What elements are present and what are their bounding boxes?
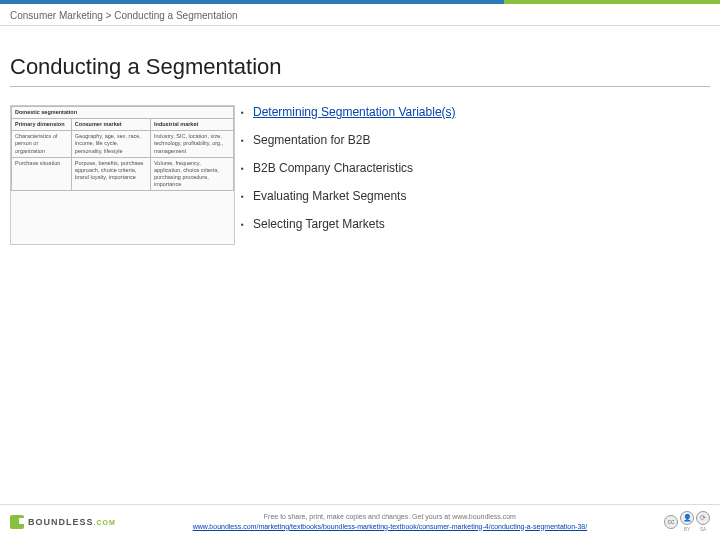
- table-cell: Characteristics of person or organizatio…: [12, 131, 72, 157]
- table-cell: Industry, SIC, location, size, technolog…: [151, 131, 234, 157]
- divider: [0, 25, 720, 26]
- divider: [10, 86, 710, 87]
- brand-logo: BOUNDLESS.COM: [10, 515, 116, 529]
- footer-tagline: Free to share, print, make copies and ch…: [126, 512, 654, 522]
- content-row: Domestic segmentation Primary dimension …: [0, 105, 720, 245]
- bullet-list: Determining Segmentation Variable(s) Seg…: [253, 105, 710, 245]
- footer: BOUNDLESS.COM Free to share, print, make…: [0, 504, 720, 540]
- table-cell: Geography, age, sex, race, income, life …: [71, 131, 150, 157]
- list-item: B2B Company Characteristics: [253, 161, 710, 189]
- footer-text: Free to share, print, make copies and ch…: [126, 512, 654, 532]
- list-item: Evaluating Market Segments: [253, 189, 710, 217]
- logo-text: BOUNDLESS.COM: [28, 517, 116, 527]
- table-cell: Purchase situation: [12, 157, 72, 191]
- footer-url-link[interactable]: www.boundless.com/marketing/textbooks/bo…: [193, 523, 588, 530]
- list-item: Determining Segmentation Variable(s): [253, 105, 710, 133]
- table-cell: Consumer market: [71, 119, 150, 131]
- bullet-link[interactable]: Determining Segmentation Variable(s): [253, 105, 456, 119]
- list-item: Segmentation for B2B: [253, 133, 710, 161]
- accent-blue: [0, 0, 504, 4]
- sa-label: SA: [696, 526, 710, 532]
- cc-icon: cc: [664, 515, 678, 529]
- table-thumbnail: Domestic segmentation Primary dimension …: [10, 105, 235, 245]
- table-cell: Industrial market: [151, 119, 234, 131]
- page-title: Conducting a Segmentation: [0, 54, 720, 86]
- logo-icon: [10, 515, 24, 529]
- table-cell: Purpose, benefits, purchase approach, ch…: [71, 157, 150, 191]
- segmentation-table: Domestic segmentation Primary dimension …: [11, 106, 234, 191]
- license-badges: cc 👤 BY ⟳ SA: [664, 511, 710, 532]
- table-cell: Primary dimension: [12, 119, 72, 131]
- table-header: Domestic segmentation: [12, 107, 234, 119]
- breadcrumb: Consumer Marketing > Conducting a Segmen…: [0, 4, 720, 25]
- accent-bar: [0, 0, 720, 4]
- list-item: Selecting Target Markets: [253, 217, 710, 245]
- table-cell: Volume, frequency, application, choice c…: [151, 157, 234, 191]
- sa-icon: ⟳: [696, 511, 710, 525]
- by-icon: 👤: [680, 511, 694, 525]
- accent-green: [504, 0, 720, 4]
- by-label: BY: [680, 526, 694, 532]
